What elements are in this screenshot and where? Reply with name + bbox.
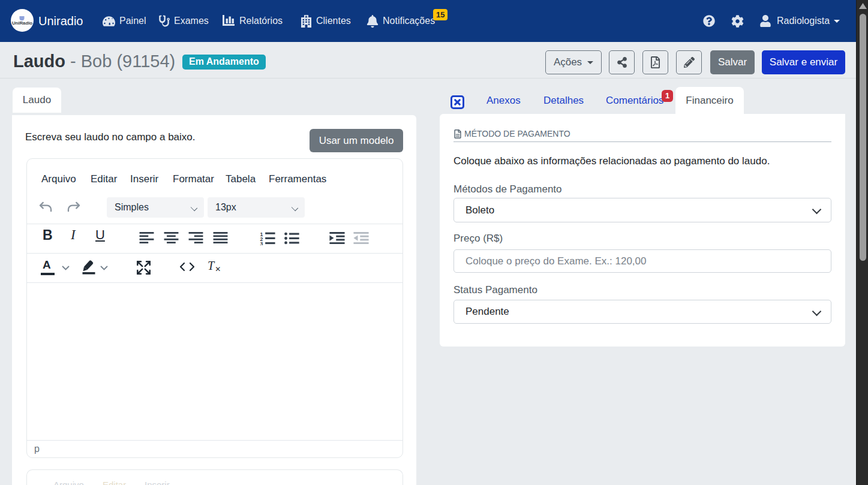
svg-text:UniRadio: UniRadio bbox=[12, 20, 32, 26]
svg-text:3: 3 bbox=[260, 241, 263, 245]
